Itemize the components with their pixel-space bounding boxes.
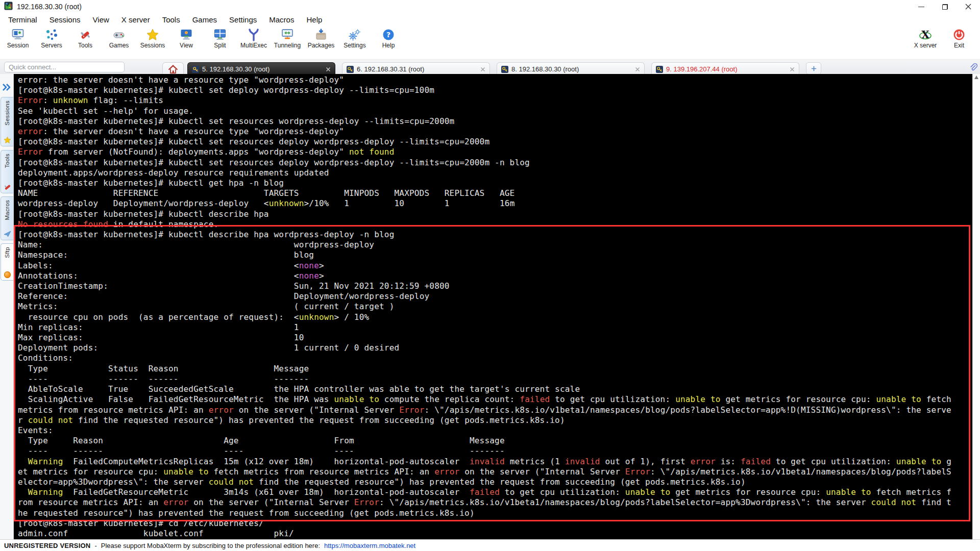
menu-tools[interactable]: Tools xyxy=(156,15,186,24)
tab-label: 8. 192.168.30.30 (root) xyxy=(511,65,632,73)
tab-label: 6. 192.168.30.31 (root) xyxy=(357,65,477,73)
tab-label: 5. 192.168.30.30 (root) xyxy=(202,65,323,73)
packages-icon xyxy=(314,27,328,42)
toolbar-sessions-button[interactable]: Sessions xyxy=(136,27,169,49)
toolbar-settings-button[interactable]: Settings xyxy=(338,27,372,49)
close-tab-icon[interactable] xyxy=(480,67,485,72)
new-tab-button[interactable] xyxy=(806,62,821,74)
scroll-up-icon[interactable] xyxy=(974,76,978,79)
menu-settings[interactable]: Settings xyxy=(223,15,263,24)
terminal-output[interactable]: error: the server doesn't have a resourc… xyxy=(14,74,972,539)
toolbar-session-button[interactable]: Session xyxy=(1,27,35,49)
sidebar: SessionsToolsMacrosSftp xyxy=(0,74,14,539)
unregistered-version-badge: UNREGISTERED VERSION xyxy=(4,542,90,549)
tabbar: 5. 192.168.30.30 (root)6. 192.168.30.31 … xyxy=(0,60,980,76)
toolbar-exit-button[interactable]: Exit xyxy=(942,27,976,49)
terminal-line: elector=app%3Dwordpress\": the server co… xyxy=(18,477,972,487)
help-icon: ? xyxy=(382,27,395,42)
terminal-line: ---- ------ ------ ------- xyxy=(18,374,972,384)
terminal-line: ---- ------ ---- ---- ------- xyxy=(18,446,972,456)
terminal-line: NAME REFERENCE TARGETS MINPODS MAXPODS R… xyxy=(18,188,972,198)
split-icon xyxy=(213,27,227,42)
key-icon xyxy=(501,66,508,73)
toolbar-view-button[interactable]: View xyxy=(169,27,203,49)
sidebar-tab-tools[interactable]: Tools xyxy=(1,150,13,193)
sidebar-tab-macros[interactable]: Macros xyxy=(1,196,13,240)
multiexec-icon xyxy=(247,27,260,42)
expand-sidebar-button[interactable] xyxy=(2,83,12,93)
window-controls xyxy=(910,0,980,13)
terminal-line: CreationTimestamp: Sun, 21 Nov 2021 20:1… xyxy=(18,281,972,291)
toolbar-tools-button[interactable]: Tools xyxy=(68,27,102,49)
terminal-line: [root@k8s-master kubernetes]# kubectl ge… xyxy=(18,178,972,188)
terminal-line: Max replicas: 10 xyxy=(18,333,972,343)
paperplane-icon xyxy=(4,230,11,238)
terminal-line: Events: xyxy=(18,425,972,436)
sidebar-tab-sessions[interactable]: Sessions xyxy=(1,97,13,146)
tunneling-icon xyxy=(281,27,294,42)
terminal-line: [root@k8s-master kubernetes]# kubectl de… xyxy=(18,209,972,219)
toolbar-games-button[interactable]: Games xyxy=(102,27,136,49)
menu-view[interactable]: View xyxy=(87,15,115,24)
terminal-line: See 'kubectl set --help' for usage. xyxy=(18,106,972,116)
close-button[interactable] xyxy=(957,0,980,13)
tab-label: 9. 139.196.207.44 (root) xyxy=(666,65,787,73)
close-tab-icon[interactable] xyxy=(790,67,795,72)
menu-x-server[interactable]: X server xyxy=(115,15,156,24)
servers-icon xyxy=(45,27,58,42)
settings-icon xyxy=(348,27,361,42)
toolbar-servers-button[interactable]: Servers xyxy=(35,27,68,49)
menu-macros[interactable]: Macros xyxy=(263,15,300,24)
titlebar: 192.168.30.30 (root) xyxy=(0,0,980,13)
terminal-scrollbar[interactable] xyxy=(972,74,980,539)
terminal-line: Reference: Deployment/wordpress-deploy xyxy=(18,291,972,302)
close-tab-icon[interactable] xyxy=(326,67,331,72)
games-icon xyxy=(112,27,126,42)
terminal-line: No resources found in default namespace. xyxy=(18,219,972,230)
toolbar-tunneling-button[interactable]: Tunneling xyxy=(271,27,304,49)
menu-sessions[interactable]: Sessions xyxy=(43,15,87,24)
terminal-line: Error: unknown flag: --limits xyxy=(18,95,972,106)
mobatek-link[interactable]: https://mobaxterm.mobatek.net xyxy=(324,542,415,549)
quick-connect-input[interactable] xyxy=(4,62,125,72)
menu-terminal[interactable]: Terminal xyxy=(2,15,43,24)
paperclip-icon[interactable] xyxy=(969,63,978,74)
toolbar-split-button[interactable]: Split xyxy=(203,27,237,49)
star-icon xyxy=(4,136,11,144)
toolbar-multiexec-button[interactable]: MultiExec xyxy=(237,27,271,49)
plus-icon xyxy=(811,65,817,72)
terminal-line: Warning FailedComputeMetricsReplicas 15m… xyxy=(18,457,972,467)
mobaxterm-window: 192.168.30.30 (root) TerminalSessionsVie… xyxy=(0,0,980,551)
terminal-line: he requested resource") has prevented th… xyxy=(18,508,972,518)
close-tab-icon[interactable] xyxy=(635,67,640,72)
minimize-icon xyxy=(918,7,924,7)
terminal-line: [root@k8s-master kubernetes]# cd /etc/ku… xyxy=(18,518,972,529)
terminal-line: Error from server (NotFound): deployment… xyxy=(18,147,972,157)
menu-help[interactable]: Help xyxy=(300,15,328,24)
menu-games[interactable]: Games xyxy=(186,15,223,24)
statusbar-separator: - xyxy=(94,542,96,549)
terminal-line: [root@k8s-master kubernetes]# kubectl se… xyxy=(18,85,972,95)
sidebar-tab-sftp[interactable]: Sftp xyxy=(1,243,13,281)
window-title: 192.168.30.30 (root) xyxy=(17,3,82,11)
terminal-line: error: the server doesn't have a resourc… xyxy=(18,127,972,137)
terminal-line: Type Status Reason Message xyxy=(18,364,972,374)
tools-icon xyxy=(79,27,92,42)
toolbar-x-server-button[interactable]: XX server xyxy=(909,27,942,49)
knife-icon xyxy=(4,183,11,191)
terminal-line: Name: wordpress-deploy xyxy=(18,240,972,250)
terminal-line: r could not find the requested resource"… xyxy=(18,415,972,425)
terminal-line: [root@k8s-master kubernetes]# kubectl se… xyxy=(18,158,972,168)
restore-button[interactable] xyxy=(933,0,957,13)
session-icon xyxy=(11,27,24,42)
xserver-icon: X xyxy=(918,27,933,42)
menubar: TerminalSessionsViewX serverToolsGamesSe… xyxy=(0,13,980,26)
toolbar-right: XX serverExit xyxy=(909,27,979,49)
key-icon xyxy=(656,66,663,73)
toolbar: SessionServersToolsGamesSessionsViewSpli… xyxy=(0,26,980,60)
terminal-line: Deployment pods: 1 current / 0 desired xyxy=(18,343,972,353)
terminal-line: wordpress-deploy Deployment/wordpress-de… xyxy=(18,198,972,209)
toolbar-help-button[interactable]: ?Help xyxy=(372,27,405,49)
toolbar-packages-button[interactable]: Packages xyxy=(304,27,338,49)
minimize-button[interactable] xyxy=(910,0,933,13)
